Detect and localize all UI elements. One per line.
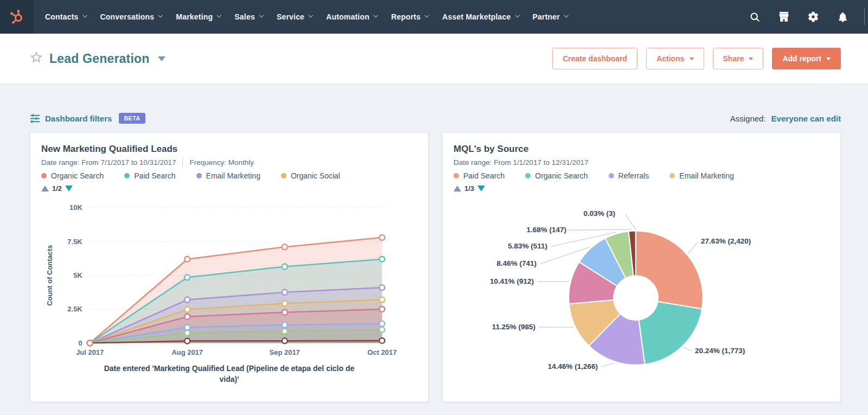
legend-page-indicator: 1/3 bbox=[464, 184, 474, 193]
add-report-button[interactable]: Add report bbox=[772, 48, 841, 69]
report-date-range: Date range: From 1/1/2017 to 12/31/2017 bbox=[454, 158, 588, 167]
chart-legend: Organic Search Paid Search Email Marketi… bbox=[41, 171, 417, 180]
legend-item[interactable]: Referrals bbox=[609, 171, 649, 180]
actions-button[interactable]: Actions bbox=[646, 48, 704, 69]
caret-down-icon bbox=[690, 58, 694, 60]
filters-bar: Dashboard filters BETA Assigned: Everyon… bbox=[30, 113, 841, 124]
report-title: MQL's by Source bbox=[454, 144, 829, 155]
svg-text:10K: 10K bbox=[69, 203, 82, 212]
svg-text:Jul 2017: Jul 2017 bbox=[76, 348, 104, 356]
chevron-down-icon bbox=[217, 13, 221, 17]
slice-label: 20.24% (1,773) bbox=[695, 347, 745, 355]
legend-item[interactable]: Organic Search bbox=[41, 171, 104, 180]
nav-utilities bbox=[744, 0, 868, 34]
chevron-down-icon bbox=[82, 13, 87, 17]
x-axis-caption: Date entered 'Marketing Qualified Lead (… bbox=[99, 363, 360, 385]
page-title: Lead Generation bbox=[49, 52, 149, 66]
svg-text:Count of Contacts: Count of Contacts bbox=[46, 245, 54, 306]
hubspot-sprocket-icon bbox=[8, 8, 25, 25]
caret-down-icon bbox=[749, 58, 753, 60]
legend-dot bbox=[669, 173, 675, 178]
nav-menu: Contacts Conversations Marketing Sales S… bbox=[34, 0, 744, 34]
chart-legend: Paid Search Organic Search Referrals Ema… bbox=[454, 171, 829, 180]
top-navbar: Contacts Conversations Marketing Sales S… bbox=[0, 0, 868, 34]
beta-badge: BETA bbox=[119, 113, 145, 124]
chevron-down-icon bbox=[425, 13, 429, 17]
favorite-star-icon[interactable] bbox=[30, 51, 43, 66]
nav-item-sales[interactable]: Sales bbox=[227, 0, 270, 34]
legend-pager: 1/3 bbox=[454, 184, 829, 193]
legend-pager: 1/2 bbox=[41, 184, 417, 193]
chevron-down-icon bbox=[309, 13, 313, 17]
dashboard-filters-label: Dashboard filters bbox=[45, 114, 112, 123]
nav-item-automation[interactable]: Automation bbox=[319, 0, 384, 34]
line-chart: 02.5K5K7.5K10KCount of ContactsJul 2017A… bbox=[30, 202, 428, 361]
marketplace-icon[interactable] bbox=[773, 6, 795, 28]
subtitle-divider bbox=[182, 158, 183, 167]
legend-dot bbox=[124, 173, 130, 178]
legend-page-up-icon[interactable] bbox=[41, 186, 49, 191]
nav-item-reports[interactable]: Reports bbox=[384, 0, 435, 34]
svg-text:Oct 2017: Oct 2017 bbox=[367, 348, 397, 356]
notifications-icon[interactable] bbox=[832, 6, 853, 28]
nav-divider bbox=[864, 9, 865, 25]
slice-label: 14.46% (1,266) bbox=[548, 362, 598, 371]
assigned-label: Assigned: bbox=[730, 114, 766, 123]
nav-item-contacts[interactable]: Contacts bbox=[38, 0, 93, 34]
legend-page-down-icon[interactable] bbox=[65, 186, 73, 191]
legend-page-up-icon[interactable] bbox=[454, 186, 461, 191]
chevron-down-icon bbox=[373, 13, 378, 17]
report-date-range: Date range: From 7/1/2017 to 10/31/2017 bbox=[41, 158, 176, 167]
nav-item-conversations[interactable]: Conversations bbox=[93, 0, 169, 34]
legend-page-down-icon[interactable] bbox=[477, 186, 485, 191]
slice-label: 5.83% (511) bbox=[508, 242, 547, 250]
slice-label: 0.03% (3) bbox=[583, 209, 615, 218]
chevron-down-icon bbox=[259, 13, 263, 17]
settings-icon[interactable] bbox=[802, 6, 824, 28]
dashboard-header: Lead Generation Create dashboard Actions… bbox=[0, 34, 868, 84]
legend-page-indicator: 1/2 bbox=[52, 184, 62, 193]
slice-label: 8.46% (741) bbox=[496, 259, 537, 267]
report-title: New Marketing Qualified Leads bbox=[41, 144, 417, 155]
share-button[interactable]: Share bbox=[713, 48, 764, 69]
legend-dot bbox=[41, 173, 47, 178]
report-card-new-mqls: New Marketing Qualified Leads Date range… bbox=[30, 132, 429, 402]
legend-item[interactable]: Paid Search bbox=[454, 171, 505, 180]
legend-dot bbox=[454, 173, 459, 178]
svg-text:7.5K: 7.5K bbox=[67, 238, 82, 246]
legend-item[interactable]: Organic Search bbox=[525, 171, 588, 180]
svg-text:5K: 5K bbox=[73, 271, 82, 279]
assigned-value-link[interactable]: Everyone can edit bbox=[771, 114, 841, 123]
legend-item[interactable]: Email Marketing bbox=[669, 171, 733, 180]
legend-dot bbox=[609, 173, 614, 178]
slice-label: 1.68% (147) bbox=[526, 226, 566, 234]
slice-label: 11.25% (985) bbox=[492, 323, 535, 331]
legend-dot bbox=[525, 173, 531, 178]
svg-text:2.5K: 2.5K bbox=[67, 305, 82, 313]
line-chart-svg: 02.5K5K7.5K10KCount of ContactsJul 2017A… bbox=[30, 202, 428, 360]
nav-item-service[interactable]: Service bbox=[270, 0, 319, 34]
chevron-down-icon bbox=[158, 13, 163, 17]
slice-label: 10.41% (912) bbox=[490, 277, 534, 285]
dashboard-filters-button[interactable]: Dashboard filters BETA bbox=[30, 113, 145, 124]
chevron-down-icon bbox=[515, 13, 519, 17]
nav-item-marketing[interactable]: Marketing bbox=[169, 0, 227, 34]
filter-sliders-icon bbox=[30, 113, 40, 124]
nav-item-partner[interactable]: Partner bbox=[526, 0, 575, 34]
legend-item[interactable]: Email Marketing bbox=[196, 171, 260, 180]
legend-dot bbox=[196, 173, 202, 178]
svg-text:0: 0 bbox=[79, 339, 82, 347]
create-dashboard-button[interactable]: Create dashboard bbox=[552, 48, 637, 69]
chevron-down-icon bbox=[564, 13, 568, 17]
hubspot-logo[interactable] bbox=[0, 0, 34, 34]
search-icon[interactable] bbox=[744, 6, 765, 28]
legend-item[interactable]: Paid Search bbox=[124, 171, 175, 180]
report-card-mqls-by-source: MQL's by Source Date range: From 1/1/201… bbox=[442, 132, 841, 402]
nav-item-asset-marketplace[interactable]: Asset Marketplace bbox=[435, 0, 525, 34]
legend-dot bbox=[281, 173, 286, 178]
caret-down-icon bbox=[826, 58, 831, 60]
svg-text:Sep 2017: Sep 2017 bbox=[270, 348, 300, 356]
dashboard-switcher-caret-icon[interactable] bbox=[158, 56, 165, 61]
report-frequency: Frequency: Monthly bbox=[189, 158, 254, 167]
legend-item[interactable]: Organic Social bbox=[281, 171, 340, 180]
